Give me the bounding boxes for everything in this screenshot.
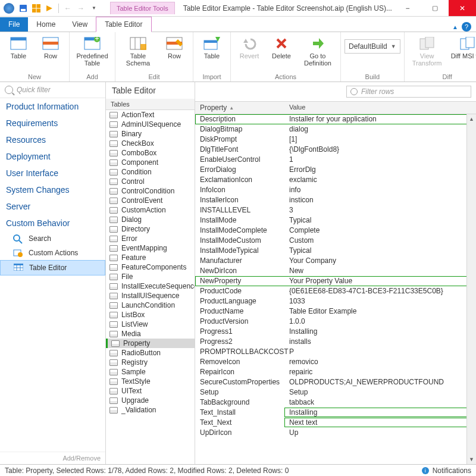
table-row[interactable]: Component [106, 158, 195, 167]
ribbon-import-table[interactable]: Table [197, 35, 227, 72]
filter-rows-input[interactable]: Filter rows [346, 86, 471, 98]
table-row[interactable]: TextStyle [106, 377, 195, 386]
grid-row[interactable]: InfoIconinfo [195, 185, 476, 195]
table-row[interactable]: AdminUISequence [106, 120, 195, 129]
grid-row[interactable]: Text_InstallInstalling [195, 408, 476, 418]
grid-row[interactable]: ProductLanguage1033 [195, 296, 476, 306]
table-row[interactable]: Control [106, 177, 195, 186]
table-row[interactable]: Feature [106, 253, 195, 262]
table-row[interactable]: ControlEvent [106, 196, 195, 205]
ribbon-table-schema[interactable]: Table Schema [119, 35, 157, 72]
table-row[interactable]: Sample [106, 367, 195, 377]
build-config-dropdown[interactable]: DefaultBuild▼ [345, 39, 400, 54]
grid-row[interactable]: PROMPTROLLBACKCOSTP [195, 347, 476, 357]
tables-header[interactable]: Tables [106, 99, 195, 110]
table-row[interactable]: File [106, 272, 195, 281]
nav-category[interactable]: User Interface [0, 165, 105, 181]
table-row[interactable]: RadioButton [106, 348, 195, 358]
table-row[interactable]: Registry [106, 358, 195, 367]
table-row[interactable]: CustomAction [106, 205, 195, 215]
table-row[interactable]: ActionText [106, 110, 195, 120]
nav-add-remove[interactable]: Add/Remove [0, 452, 105, 464]
qat-dd-icon[interactable]: ▼ [89, 3, 99, 14]
notifications-label[interactable]: Notifications [433, 466, 471, 475]
table-row[interactable]: CheckBox [106, 139, 195, 148]
col-property[interactable]: Property▲ [195, 102, 284, 114]
table-row[interactable]: InstallExecuteSequence [106, 281, 195, 291]
grid-row[interactable]: Text_NextNext text [195, 418, 476, 428]
table-row[interactable]: Upgrade [106, 396, 195, 405]
table-row[interactable]: InstallUISequence [106, 291, 195, 300]
close-button[interactable]: ✕ [449, 0, 476, 16]
nav-category[interactable]: Custom Behavior [0, 215, 105, 231]
grid-row[interactable]: ErrorDialogErrorDlg [195, 165, 476, 175]
ribbon-delete[interactable]: Delete [267, 35, 296, 72]
tab-table-editor[interactable]: Table Editor [96, 17, 151, 32]
grid-row[interactable]: ProductVersion1.0.0 [195, 317, 476, 327]
grid-row[interactable]: InstallerIconinsticon [195, 195, 476, 205]
nav-category[interactable]: Server [0, 198, 105, 215]
grid-row[interactable]: RepairIconrepairic [195, 367, 476, 377]
table-row[interactable]: ListView [106, 320, 195, 329]
ribbon-diff-msi[interactable]: Diff MSI file [449, 35, 476, 72]
grid-row[interactable]: InstallModeCompleteComplete [195, 226, 476, 236]
grid-row[interactable]: ProductNameTable Editor Example [195, 306, 476, 317]
grid-row[interactable]: UpDirIconUp [195, 428, 476, 438]
qat-grid-icon[interactable] [31, 3, 42, 14]
table-row[interactable]: _Validation [106, 405, 195, 415]
ribbon-predefined-table[interactable]: +Predefined Table [73, 35, 111, 72]
ribbon-new-table[interactable]: Table [4, 35, 33, 72]
tab-home[interactable]: Home [28, 17, 64, 32]
qat-save-icon[interactable] [18, 3, 29, 14]
grid-row[interactable]: SetupSetup [195, 387, 476, 397]
scrollbar[interactable]: ▲▼ [466, 114, 476, 464]
nav-category[interactable]: Deployment [0, 148, 105, 165]
table-row[interactable]: FeatureComponents [106, 262, 195, 272]
grid-row[interactable]: SecureCustomPropertiesOLDPRODUCTS;AI_NEW… [195, 377, 476, 387]
nav-table-editor[interactable]: Table Editor [0, 260, 105, 275]
table-row[interactable]: Property [106, 339, 195, 348]
grid-row[interactable]: EnableUserControl1 [195, 155, 476, 165]
notification-icon[interactable]: i [422, 467, 429, 474]
tab-view[interactable]: View [64, 17, 96, 32]
grid-row[interactable]: ProductCode{0E61EE68-ED83-47C1-BCE3-F211… [195, 286, 476, 296]
table-row[interactable]: Directory [106, 224, 195, 234]
table-row[interactable]: ControlCondition [106, 186, 195, 196]
qat-fwd-icon[interactable]: → [76, 3, 86, 14]
grid-row[interactable]: InstallModeTypical [195, 215, 476, 226]
tab-file[interactable]: File [0, 17, 28, 32]
minimize-button[interactable]: − [394, 0, 421, 16]
table-row[interactable]: LaunchCondition [106, 300, 195, 310]
table-row[interactable]: Dialog [106, 215, 195, 224]
table-row[interactable]: Condition [106, 167, 195, 177]
ribbon-new-row[interactable]: Row [36, 35, 65, 72]
table-row[interactable]: Error [106, 234, 195, 243]
nav-category[interactable]: System Changes [0, 181, 105, 198]
nav-category[interactable]: Requirements [0, 115, 105, 131]
table-row[interactable]: Media [106, 329, 195, 339]
ribbon-edit-row[interactable]: Row [159, 35, 189, 72]
qat-run-icon[interactable] [44, 3, 55, 14]
grid-row[interactable]: ManufacturerYour Company [195, 256, 476, 266]
table-row[interactable]: ComboBox [106, 148, 195, 158]
table-row[interactable]: ListBox [106, 310, 195, 320]
quick-filter-input[interactable]: Quick filter [0, 82, 105, 98]
table-row[interactable]: EventMapping [106, 243, 195, 253]
nav-category[interactable]: Resources [0, 131, 105, 148]
ribbon-goto-definition[interactable]: Go to Definition [299, 35, 337, 72]
col-value[interactable]: Value [284, 102, 476, 114]
grid-row[interactable]: DlgTitleFont{\DlgFontBold8} [195, 145, 476, 155]
grid-row[interactable]: DescriptionInstaller for your applicatio… [195, 114, 476, 124]
help-icon[interactable]: ? [462, 22, 471, 32]
grid-row[interactable]: InstallModeTypicalTypical [195, 246, 476, 256]
ribbon-revert[interactable]: Revert [234, 35, 264, 72]
grid-row[interactable]: Progress2installs [195, 337, 476, 347]
grid-row[interactable]: INSTALLLEVEL3 [195, 205, 476, 215]
table-row[interactable]: UIText [106, 386, 195, 396]
nav-category[interactable]: Product Information [0, 98, 105, 115]
grid-row[interactable]: NewDirIconNew [195, 266, 476, 276]
grid-row[interactable]: InstallModeCustomCustom [195, 236, 476, 246]
nav-custom-actions[interactable]: Custom Actions [0, 246, 105, 260]
grid-row[interactable]: RemoveIconremovico [195, 357, 476, 367]
collapse-ribbon-icon[interactable]: ▲ [452, 24, 458, 30]
